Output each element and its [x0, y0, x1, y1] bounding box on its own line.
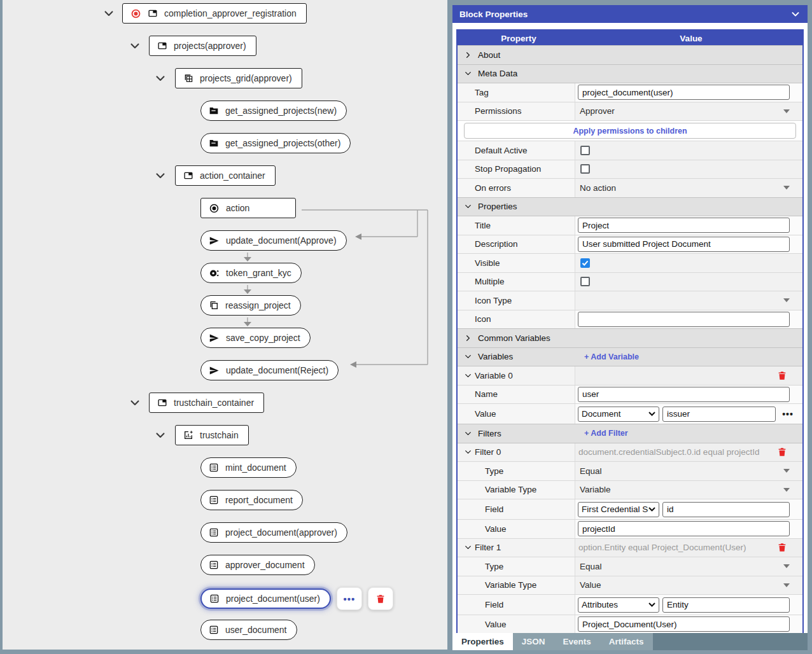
chevron-down-icon[interactable]	[154, 72, 167, 85]
value-input-icon[interactable]	[578, 312, 790, 327]
add-link[interactable]: + Add Filter	[584, 429, 628, 438]
chevron-right-icon[interactable]	[463, 333, 473, 343]
dropdown-caret-icon[interactable]	[783, 109, 790, 113]
property-label: Multiple	[458, 273, 575, 291]
checkbox-multiple[interactable]	[580, 277, 590, 286]
value-input-title[interactable]	[578, 218, 790, 233]
apply-permissions-button[interactable]: Apply permissions to children	[464, 123, 796, 139]
dropdown-value: Value	[580, 580, 601, 590]
dropdown-caret-icon[interactable]	[783, 488, 790, 492]
tree-node-project_document(approver)[interactable]: project_document(approver)	[200, 522, 347, 543]
tree-node-action[interactable]: action	[200, 198, 296, 218]
property-label-text: Variable Type	[485, 485, 536, 494]
tree-node-approver_document[interactable]: approver_document	[200, 555, 315, 575]
tab-icon	[148, 8, 158, 18]
chevron-down-icon[interactable]	[463, 429, 473, 438]
tree-node-action_container[interactable]: action_container	[175, 165, 276, 186]
tree-node-label: token_grant_kyc	[226, 268, 291, 278]
tree-node-mint_document[interactable]: mint_document	[200, 457, 297, 478]
dropdown-caret-icon[interactable]	[783, 583, 790, 587]
section-row-about[interactable]: About	[458, 45, 802, 65]
section-row-meta-data[interactable]: Meta Data	[458, 64, 802, 84]
checkbox-stop-propagation[interactable]	[580, 164, 590, 174]
tree-node-get_assigned_projects(other)[interactable]: get_assigned_projects(other)	[200, 133, 351, 153]
tree-node-user_document[interactable]: user_document	[200, 620, 297, 640]
listalt-icon	[209, 495, 219, 505]
dropdown-caret-icon[interactable]	[783, 298, 790, 302]
tab-artifacts[interactable]: Artifacts	[600, 633, 653, 650]
value-select[interactable]: Attributes	[578, 597, 659, 613]
tree-node-trustchain[interactable]: trustchain	[175, 425, 249, 445]
section-row-common-variables[interactable]: Common Variables	[458, 328, 802, 348]
tree-node-update_document(Reject)[interactable]: update_document(Reject)	[200, 360, 339, 380]
tree-node-row: projects_grid(approver)	[175, 68, 302, 88]
tab-events[interactable]: Events	[554, 633, 600, 650]
dropdown-caret-icon[interactable]	[783, 186, 790, 190]
tree-node-label: action_container	[200, 170, 265, 181]
tree-node-update_document(Approve)[interactable]: update_document(Approve)	[200, 230, 347, 251]
section-row-variables[interactable]: Variables+ Add Variable	[458, 347, 802, 367]
chevron-down-icon[interactable]	[463, 69, 473, 78]
tree-node-projects_grid(approver)[interactable]: projects_grid(approver)	[175, 68, 302, 88]
tree-node-row: trustchain	[175, 425, 249, 445]
chevron-down-icon[interactable]	[154, 429, 167, 442]
chevron-down-icon[interactable]	[790, 8, 801, 20]
chevron-down-icon[interactable]	[154, 169, 167, 182]
value-field-input[interactable]	[662, 502, 790, 517]
dropdown-caret-icon[interactable]	[783, 469, 790, 473]
chevron-down-icon[interactable]	[463, 202, 473, 211]
checkbox-visible[interactable]	[580, 258, 590, 268]
chevron-down-icon[interactable]	[102, 7, 115, 20]
delete-icon[interactable]	[777, 447, 787, 457]
value-input-description[interactable]	[578, 237, 790, 252]
property-label-text: Value	[485, 524, 507, 534]
value-field-input[interactable]	[662, 597, 790, 613]
value-field-input[interactable]	[662, 407, 776, 422]
property-value: option.Entity equal Project_Document(Use…	[575, 539, 802, 557]
tree-node-token_grant_kyc[interactable]: token_grant_kyc	[200, 263, 302, 283]
chevron-down-icon[interactable]	[129, 39, 141, 52]
tab-icon	[183, 170, 193, 181]
tree-node-reassign_project[interactable]: reassign_project	[200, 295, 301, 316]
property-value: document.credentialSubject.0.id equal pr…	[575, 443, 802, 462]
property-value: Equal	[575, 462, 802, 480]
tab-properties[interactable]: Properties	[452, 633, 513, 650]
value-input-tag[interactable]	[578, 85, 790, 100]
chevron-down-icon[interactable]	[463, 352, 473, 361]
chevron-right-icon[interactable]	[463, 50, 473, 60]
delete-icon[interactable]	[777, 542, 787, 553]
value-select[interactable]: First Credential Su	[578, 502, 659, 517]
more-options-button[interactable]: •••	[778, 409, 797, 419]
tree-node-project_document(user)[interactable]: project_document(user)	[200, 588, 331, 609]
tree-node-report_document[interactable]: report_document	[200, 490, 303, 510]
value-input-name[interactable]	[578, 387, 790, 402]
node-more-button[interactable]: •••	[337, 587, 362, 610]
value-input-value[interactable]	[578, 616, 790, 632]
delete-icon[interactable]	[777, 370, 787, 381]
dropdown-caret-icon[interactable]	[783, 564, 790, 568]
add-link[interactable]: + Add Variable	[584, 352, 639, 361]
checkbox-default-active[interactable]	[580, 146, 590, 155]
chevron-down-icon[interactable]	[463, 371, 473, 380]
tab-json[interactable]: JSON	[513, 633, 554, 650]
policy-tree-canvas: completion_approver_registrationprojects…	[3, 0, 447, 650]
node-delete-button[interactable]	[368, 587, 393, 610]
tree-node-projects(approver)[interactable]: projects(approver)	[149, 36, 256, 56]
section-row-properties[interactable]: Properties	[458, 197, 802, 217]
tree-node-trustchain_container[interactable]: trustchain_container	[149, 393, 264, 413]
tree-node-label: action	[226, 203, 249, 213]
chevron-down-icon[interactable]	[129, 396, 141, 409]
tree-node-label: projects_grid(approver)	[200, 73, 292, 83]
chevron-down-icon[interactable]	[463, 447, 473, 457]
property-value	[575, 235, 802, 254]
value-select[interactable]: Document	[578, 407, 659, 422]
panel-header[interactable]: Block Properties	[452, 5, 808, 23]
chevron-down-icon[interactable]	[463, 543, 473, 552]
tree-node-completion_approver_registration[interactable]: completion_approver_registration	[122, 3, 307, 24]
radio-icon	[209, 203, 220, 214]
tree-node-save_copy_project[interactable]: save_copy_project	[200, 328, 311, 348]
section-row-filters[interactable]: Filters+ Add Filter	[458, 424, 802, 443]
value-input-value[interactable]	[578, 521, 790, 536]
tree-node-label: completion_approver_registration	[164, 8, 297, 18]
tree-node-get_assigned_projects(new)[interactable]: get_assigned_projects(new)	[200, 101, 347, 121]
